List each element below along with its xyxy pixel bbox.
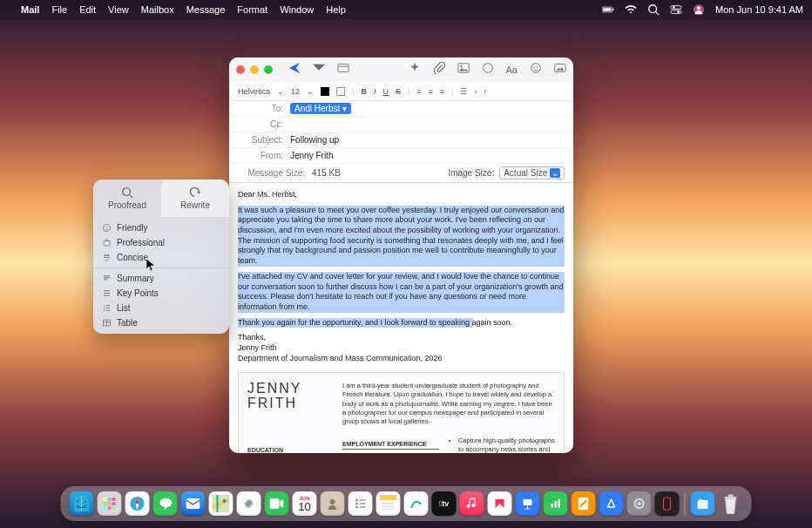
msg-size-label: Message Size: bbox=[238, 168, 312, 178]
attach-icon[interactable] bbox=[433, 62, 445, 78]
align-left-icon[interactable]: ≡ bbox=[416, 87, 421, 96]
svg-rect-60 bbox=[558, 499, 561, 508]
dock-facetime[interactable] bbox=[265, 491, 289, 516]
menu-message[interactable]: Message bbox=[186, 4, 226, 15]
dock-keynote[interactable] bbox=[516, 491, 540, 516]
menu-format[interactable]: Format bbox=[237, 4, 267, 15]
svg-rect-13 bbox=[457, 64, 468, 73]
dock-contacts[interactable] bbox=[321, 491, 345, 516]
dock-news[interactable] bbox=[488, 491, 512, 516]
photo-icon[interactable] bbox=[554, 62, 566, 78]
rewrite-option-concise[interactable]: Concise bbox=[93, 250, 229, 265]
list-icon[interactable]: ☰ bbox=[460, 87, 467, 96]
text-style-icon[interactable]: Aa bbox=[506, 64, 518, 75]
attachment-preview[interactable]: JENNY FRITH EDUCATION Expected June 2024… bbox=[238, 372, 565, 453]
zoom-button[interactable] bbox=[264, 65, 273, 74]
close-button[interactable] bbox=[236, 65, 245, 74]
dock-messages[interactable] bbox=[153, 491, 178, 516]
align-right-icon[interactable]: ≡ bbox=[440, 87, 444, 96]
dock-music[interactable] bbox=[460, 491, 484, 516]
dock-trash[interactable] bbox=[719, 491, 743, 516]
indent-right-icon[interactable]: › bbox=[474, 87, 477, 96]
photo-browser-icon[interactable] bbox=[457, 62, 470, 78]
reply-header-icon[interactable] bbox=[337, 62, 349, 78]
message-body[interactable]: Dear Ms. Herbst, It was such a pleasure … bbox=[229, 183, 573, 453]
dock-pages[interactable] bbox=[572, 491, 596, 516]
body-p2: I've attached my CV and cover letter for… bbox=[238, 272, 565, 313]
rewrite-option-summary[interactable]: Summary bbox=[93, 267, 229, 286]
rewrite-option-friendly[interactable]: Friendly bbox=[93, 220, 229, 235]
menubar-app-name[interactable]: Mail bbox=[21, 4, 39, 15]
subject-label: Subject: bbox=[238, 135, 290, 145]
menu-view[interactable]: View bbox=[108, 4, 129, 15]
clock[interactable]: Mon Jun 10 9:41 AM bbox=[715, 4, 803, 15]
writing-tools-icon[interactable] bbox=[409, 62, 421, 78]
emoji-icon[interactable] bbox=[530, 62, 542, 78]
control-center-icon[interactable] bbox=[670, 3, 682, 16]
dock-iphone-mirror[interactable] bbox=[655, 491, 680, 516]
tab-rewrite[interactable]: Rewrite bbox=[161, 179, 229, 217]
tab-proofread[interactable]: Proofread bbox=[93, 179, 161, 217]
format-icon[interactable] bbox=[482, 62, 494, 78]
dock-settings[interactable] bbox=[627, 491, 652, 516]
bg-color-swatch[interactable] bbox=[336, 87, 345, 96]
rewrite-option-list[interactable]: List bbox=[93, 301, 229, 315]
msg-size-value: 415 KB bbox=[312, 168, 341, 178]
dock-mail[interactable] bbox=[181, 491, 206, 516]
svg-point-55 bbox=[410, 506, 413, 509]
dock-tv[interactable]: tv bbox=[432, 491, 457, 516]
svg-rect-33 bbox=[104, 498, 107, 501]
bold-button[interactable]: B bbox=[361, 87, 367, 96]
dock-maps[interactable] bbox=[209, 491, 233, 516]
dock-photos[interactable] bbox=[237, 491, 261, 516]
dock-calendar[interactable]: JUN 10 bbox=[293, 491, 317, 516]
menu-edit[interactable]: Edit bbox=[79, 4, 96, 15]
dock-reminders[interactable] bbox=[348, 491, 373, 516]
indent-left-icon[interactable]: ‹ bbox=[484, 87, 486, 96]
text-color-swatch[interactable] bbox=[321, 87, 329, 96]
from-field[interactable]: Jenny Frith bbox=[290, 151, 565, 160]
svg-point-10 bbox=[697, 6, 700, 10]
chevron-down-icon[interactable] bbox=[313, 62, 325, 78]
dock-appstore[interactable] bbox=[599, 491, 624, 516]
search-icon[interactable] bbox=[647, 3, 660, 16]
edu-label: EDUCATION bbox=[247, 446, 330, 453]
dock-safari[interactable] bbox=[125, 491, 150, 516]
rewrite-option-professional[interactable]: Professional bbox=[93, 235, 229, 250]
align-center-icon[interactable]: ≡ bbox=[429, 87, 433, 96]
rewrite-option-table[interactable]: Table bbox=[93, 315, 229, 330]
svg-point-23 bbox=[105, 227, 106, 227]
attach-name-2: FRITH bbox=[247, 396, 330, 411]
dock-notes[interactable] bbox=[376, 491, 401, 516]
dock-downloads[interactable] bbox=[691, 491, 715, 516]
img-size-select[interactable]: Actual Size ⌄ bbox=[499, 166, 565, 179]
font-size-select[interactable]: 12 bbox=[291, 87, 300, 96]
menu-mailbox[interactable]: Mailbox bbox=[141, 4, 174, 15]
dock-launchpad[interactable] bbox=[98, 491, 122, 516]
subject-field[interactable]: Following up bbox=[290, 135, 565, 145]
menu-window[interactable]: Window bbox=[280, 4, 314, 15]
rewrite-option-keypoints[interactable]: Key Points bbox=[93, 286, 229, 301]
strike-button[interactable]: S bbox=[396, 87, 401, 96]
minimize-button[interactable] bbox=[250, 65, 259, 74]
body-p1: It was such a pleasure to meet you over … bbox=[238, 206, 565, 267]
from-label: From: bbox=[238, 151, 290, 160]
img-size-label: Image Size: bbox=[448, 168, 494, 178]
send-icon[interactable] bbox=[288, 62, 301, 78]
svg-rect-1 bbox=[603, 8, 611, 11]
user-icon[interactable] bbox=[693, 3, 705, 16]
dock-freeform[interactable] bbox=[404, 491, 429, 516]
dock-numbers[interactable] bbox=[544, 491, 568, 516]
font-family-select[interactable]: Helvetica bbox=[238, 87, 270, 96]
chevron-down-icon[interactable]: ⌄ bbox=[307, 87, 314, 96]
svg-point-52 bbox=[355, 503, 358, 505]
dock-finder[interactable] bbox=[70, 491, 94, 516]
underline-button[interactable]: U bbox=[382, 87, 389, 96]
menu-help[interactable]: Help bbox=[326, 4, 346, 15]
menu-file[interactable]: File bbox=[51, 4, 67, 15]
chevron-down-icon[interactable]: ⌄ bbox=[277, 87, 284, 96]
battery-icon[interactable] bbox=[602, 3, 614, 16]
wifi-icon[interactable] bbox=[625, 3, 637, 16]
italic-button[interactable]: I bbox=[374, 87, 376, 96]
to-recipient-pill[interactable]: Andi Herbst ▾ bbox=[290, 103, 351, 114]
